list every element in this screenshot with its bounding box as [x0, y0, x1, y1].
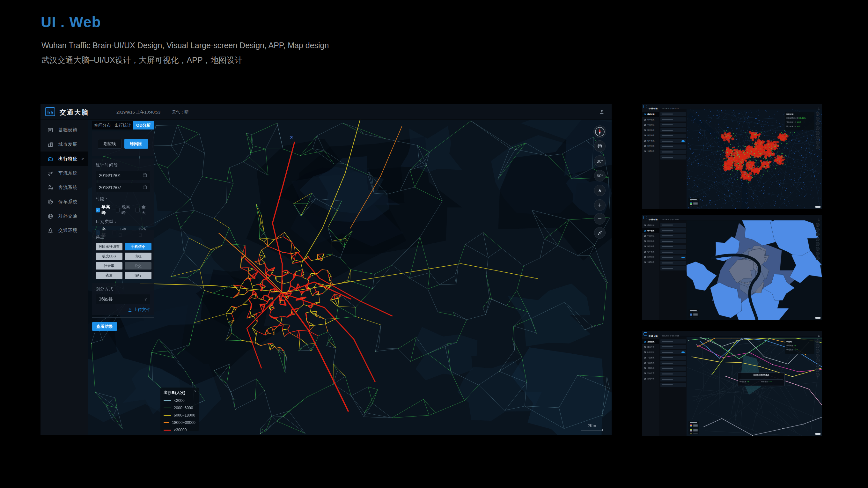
thumb-panel-row[interactable] — [660, 261, 686, 265]
thumb-map-control[interactable] — [816, 122, 819, 125]
thumb-sidebar-item[interactable]: 车流系统 — [642, 239, 659, 244]
thumb-sidebar-item[interactable]: 交通环境 — [642, 149, 659, 154]
thumbnail-heatmap[interactable]: 交通大脑2021/4/16 下午4:02:06基础设施城市发展出行特征车流系统客… — [642, 104, 822, 209]
thumb-sidebar-item[interactable]: 交通环境 — [642, 260, 659, 265]
date-from-input[interactable]: 2018/12/01 — [96, 171, 150, 180]
thumb-sidebar-item[interactable]: 停车系统 — [642, 366, 659, 371]
thumb-map-control[interactable] — [816, 373, 819, 377]
thumb-panel-row[interactable] — [660, 383, 686, 387]
thumb-map-control[interactable] — [816, 354, 819, 358]
thumb-map-control[interactable] — [816, 228, 819, 232]
thumb-panel-row[interactable] — [660, 345, 686, 349]
thumb-map-control[interactable] — [816, 131, 819, 135]
satellite-icon[interactable] — [594, 227, 606, 239]
type-button-出租[interactable]: 出租 — [125, 253, 152, 260]
thumb-map-control[interactable] — [816, 344, 819, 348]
thumb-panel-row[interactable] — [660, 255, 686, 260]
thumb-map-control[interactable] — [816, 339, 819, 343]
thumb-panel-row[interactable] — [660, 372, 686, 376]
thumb-sidebar-item[interactable]: 基础设施 — [642, 339, 659, 344]
thumb-map-control[interactable] — [816, 237, 819, 241]
thumb-sidebar-item[interactable]: 城市发展 — [642, 345, 659, 349]
thumb-sidebar-item[interactable]: 出行特征 — [642, 122, 659, 127]
thumb-panel-row[interactable] — [660, 223, 686, 227]
thumb-map-control[interactable] — [816, 126, 819, 130]
sidebar-item-infrastructure[interactable]: 基础设施 — [40, 123, 88, 137]
user-icon[interactable] — [597, 108, 607, 116]
thumb-map-control[interactable] — [816, 117, 819, 121]
type-button-社会车[interactable]: 社会车 — [96, 262, 122, 270]
thumb-panel-row[interactable] — [660, 228, 686, 233]
thumb-sidebar-item[interactable]: 出行特征 — [642, 234, 659, 238]
map-area[interactable]: ✈ 出行量(人次) ∨ <20002000~60006000~180001800… — [88, 120, 612, 435]
thumb-sidebar-item[interactable]: 城市发展 — [642, 117, 659, 122]
date-to-input[interactable]: 2018/12/07 — [96, 183, 150, 192]
thumb-sidebar-item[interactable]: 出行特征 — [642, 350, 659, 355]
thumb-sidebar-item[interactable]: 交通环境 — [642, 376, 659, 381]
thumb-panel-row[interactable] — [660, 155, 686, 159]
thumb-map-control[interactable] — [816, 252, 819, 255]
thumbnail-choropleth[interactable]: 交通大脑2021/4/16 下午2:08:41基础设施城市发展出行特征车流系统客… — [642, 215, 822, 320]
sidebar-item-environment[interactable]: 交通环境 — [40, 223, 88, 238]
thumb-sidebar-item[interactable]: 停车系统 — [642, 249, 659, 254]
thumb-map-control[interactable] — [816, 256, 819, 260]
thumb-panel-row[interactable] — [660, 128, 686, 132]
thumb-panel-row[interactable] — [660, 361, 686, 365]
thumb-panel-row[interactable] — [660, 123, 686, 127]
tab-空间分布[interactable]: 空间分布 — [92, 121, 113, 129]
compass-icon[interactable] — [593, 125, 606, 138]
tilt-60-button[interactable]: 60° — [594, 170, 606, 182]
thumb-sidebar-item[interactable]: 基础设施 — [642, 112, 659, 117]
thumb-sidebar-item[interactable]: 停车系统 — [642, 139, 659, 143]
thumb-panel-row[interactable] — [660, 139, 686, 143]
thumb-map-control[interactable] — [816, 233, 819, 236]
thumb-panel-row[interactable] — [660, 356, 686, 360]
tab-OD分析[interactable]: OD分析 — [133, 121, 154, 129]
thumb-panel-row[interactable] — [660, 112, 686, 116]
type-button-公交[interactable]: 公交 — [125, 262, 152, 270]
thumb-sidebar-item[interactable]: 对外交通 — [642, 254, 659, 259]
sidebar-item-parking[interactable]: 停车系统 — [40, 194, 88, 209]
upload-file-link[interactable]: 上传文件 — [96, 307, 150, 312]
sidebar-item-travel-feature[interactable]: 出行特征> — [40, 152, 88, 166]
thumb-map[interactable] — [687, 220, 822, 320]
thumb-map-control[interactable] — [816, 368, 819, 372]
view-result-button[interactable]: 查看结果 — [92, 322, 117, 331]
type-button-极光LBS[interactable]: 极光LBS — [96, 253, 122, 260]
type-button-轨道[interactable]: 轨道 — [96, 272, 122, 279]
time-checkbox-晚高峰[interactable] — [116, 208, 120, 212]
sidebar-item-vehicle-flow[interactable]: 车流系统 — [40, 166, 88, 180]
thumb-panel-row[interactable] — [660, 134, 686, 138]
thumb-panel-row[interactable] — [660, 145, 686, 149]
thumb-sidebar-item[interactable]: 对外交通 — [642, 371, 659, 376]
view-toggle-期望线[interactable]: 期望线 — [98, 139, 122, 149]
view-toggle-蛛网图[interactable]: 蛛网图 — [124, 139, 148, 149]
time-checkbox-早高峰[interactable]: ✓ — [96, 208, 100, 212]
thumb-panel-row[interactable] — [660, 350, 686, 354]
thumb-panel-row[interactable] — [660, 150, 686, 154]
thumb-panel-row[interactable] — [660, 239, 686, 243]
thumb-sidebar-item[interactable]: 对外交通 — [642, 144, 659, 148]
thumb-sidebar-item[interactable]: 城市发展 — [642, 228, 659, 233]
zoom-in-icon[interactable] — [594, 200, 606, 211]
locate-icon[interactable] — [594, 185, 606, 196]
thumbnail-metro[interactable]: 交通大脑2021/4/16 下午6:00:38基础设施城市发展出行特征车流系统客… — [642, 331, 822, 436]
thumb-panel-row[interactable] — [660, 366, 686, 371]
time-checkbox-全天[interactable] — [135, 208, 140, 212]
thumb-map-control[interactable] — [816, 146, 819, 149]
thumb-map-control[interactable] — [816, 349, 819, 353]
thumb-panel-row[interactable] — [660, 377, 686, 382]
tilt-30-button[interactable]: 30° — [594, 155, 606, 167]
thumb-sidebar-item[interactable]: 基础设施 — [642, 223, 659, 228]
type-button-慢行[interactable]: 慢行 — [125, 272, 152, 279]
thumb-panel-row[interactable] — [660, 117, 686, 122]
thumb-panel-row[interactable] — [660, 245, 686, 249]
thumb-map-canvas[interactable] — [687, 220, 822, 320]
tab-出行统计[interactable]: 出行统计 — [113, 121, 133, 129]
sidebar-item-city-development[interactable]: 城市发展 — [40, 137, 88, 152]
thumb-map-control[interactable] — [816, 359, 819, 362]
thumb-map-control[interactable] — [816, 242, 819, 246]
type-button-手机信令[interactable]: 手机信令 — [125, 243, 152, 250]
thumb-map-control[interactable] — [816, 363, 819, 367]
thumb-map-control[interactable] — [816, 223, 819, 227]
